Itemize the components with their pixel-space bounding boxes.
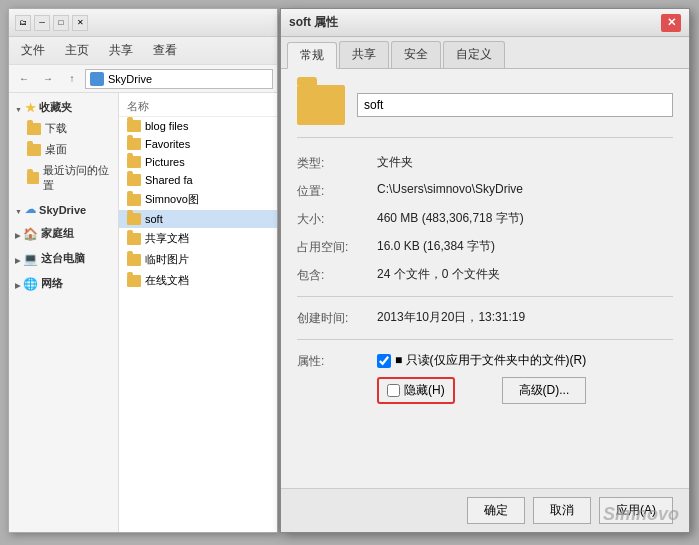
sidebar-item-desktop[interactable]: 桌面 <box>9 139 118 160</box>
title-bar-icons: 🗂 ─ □ ✕ <box>15 15 88 31</box>
toolbar-home[interactable]: 主页 <box>59 40 95 61</box>
sidebar-section-homegroup: 家庭组 <box>9 223 118 244</box>
props-row-created: 创建时间: 2013年10月20日，13:31:19 <box>297 309 673 327</box>
props-label-location: 位置: <box>297 182 377 200</box>
list-item[interactable]: Pictures <box>119 153 277 171</box>
folder-icon <box>127 194 141 206</box>
readonly-checkbox[interactable] <box>377 354 391 368</box>
file-name: soft <box>145 213 163 225</box>
homegroup-icon <box>23 227 38 241</box>
ok-button[interactable]: 确定 <box>467 497 525 524</box>
props-row-contains: 包含: 24 个文件，0 个文件夹 <box>297 266 673 284</box>
props-row-attrs: 属性: ■ 只读(仅应用于文件夹中的文件)(R) 隐藏(H) <box>297 352 673 412</box>
file-name: 临时图片 <box>145 252 189 267</box>
sidebar-thispc-header[interactable]: 这台电脑 <box>9 248 118 269</box>
file-name: Favorites <box>145 138 190 150</box>
explorer-title-bar: 🗂 ─ □ ✕ <box>9 9 277 37</box>
forward-button[interactable] <box>37 69 59 89</box>
folder-icon <box>127 174 141 186</box>
list-item[interactable]: Shared fa <box>119 171 277 189</box>
props-label-created: 创建时间: <box>297 309 377 327</box>
sidebar-skydrive-header[interactable]: ☁ SkyDrive <box>9 200 118 219</box>
file-name: blog files <box>145 120 188 132</box>
hidden-checkbox[interactable] <box>387 384 400 397</box>
list-item[interactable]: 临时图片 <box>119 249 277 270</box>
tab-general[interactable]: 常规 <box>287 42 337 69</box>
props-body: 类型: 文件夹 位置: C:\Users\simnovo\SkyDrive 大小… <box>281 69 689 488</box>
up-button[interactable] <box>61 69 83 89</box>
props-row-size: 大小: 460 MB (483,306,718 字节) <box>297 210 673 228</box>
sidebar: 收藏夹 下载 桌面 最近访问的位置 <box>9 93 119 532</box>
readonly-label: ■ 只读(仅应用于文件夹中的文件)(R) <box>395 352 586 369</box>
props-label-attrs: 属性: <box>297 352 377 370</box>
list-item[interactable]: Simnovo图 <box>119 189 277 210</box>
skydrive-icon <box>90 72 104 86</box>
props-label-size: 大小: <box>297 210 377 228</box>
maximize-icon[interactable]: □ <box>53 15 69 31</box>
toolbar-file[interactable]: 文件 <box>15 40 51 61</box>
props-label-contains: 包含: <box>297 266 377 284</box>
network-label: 网络 <box>41 276 63 291</box>
thispc-label: 这台电脑 <box>41 251 85 266</box>
back-button[interactable] <box>13 69 35 89</box>
homegroup-label: 家庭组 <box>41 226 74 241</box>
chevron-right-icon <box>15 228 20 240</box>
props-title-bar: soft 属性 ✕ <box>281 9 689 37</box>
props-value-created: 2013年10月20日，13:31:19 <box>377 309 673 326</box>
list-item[interactable]: 在线文档 <box>119 270 277 291</box>
sidebar-network-header[interactable]: 网络 <box>9 273 118 294</box>
file-name: Shared fa <box>145 174 193 186</box>
hidden-attr-row: 隐藏(H) 高级(D)... <box>377 377 586 404</box>
sidebar-section-network: 网络 <box>9 273 118 294</box>
minimize-icon[interactable]: ─ <box>34 15 50 31</box>
properties-window: soft 属性 ✕ 常规 共享 安全 自定义 类型: 文件夹 位置: C:\Us… <box>280 8 690 533</box>
folder-icon <box>127 120 141 132</box>
list-item-selected[interactable]: soft <box>119 210 277 228</box>
tab-security[interactable]: 安全 <box>391 41 441 68</box>
toolbar-share[interactable]: 共享 <box>103 40 139 61</box>
props-row-type: 类型: 文件夹 <box>297 154 673 172</box>
props-footer: 确定 取消 应用(A) <box>281 488 689 532</box>
hidden-label: 隐藏(H) <box>404 382 445 399</box>
apply-button[interactable]: 应用(A) <box>599 497 673 524</box>
cancel-button[interactable]: 取消 <box>533 497 591 524</box>
readonly-checkbox-wrapper: ■ 只读(仅应用于文件夹中的文件)(R) <box>377 352 586 369</box>
sidebar-section-favorites: 收藏夹 下载 桌面 最近访问的位置 <box>9 97 118 196</box>
list-item[interactable]: Favorites <box>119 135 277 153</box>
props-header <box>297 85 673 138</box>
skydrive-cloud-icon: ☁ <box>25 203 36 216</box>
props-label-type: 类型: <box>297 154 377 172</box>
folder-name-input[interactable] <box>357 93 673 117</box>
props-title-text: soft 属性 <box>289 14 338 31</box>
tab-share[interactable]: 共享 <box>339 41 389 68</box>
skydrive-label: SkyDrive <box>39 204 86 216</box>
sidebar-homegroup-header[interactable]: 家庭组 <box>9 223 118 244</box>
sidebar-item-recent[interactable]: 最近访问的位置 <box>9 160 118 196</box>
network-icon <box>23 277 38 291</box>
folder-icon <box>27 172 39 184</box>
hidden-checkbox-wrapper: 隐藏(H) <box>377 377 455 404</box>
attrs-content: ■ 只读(仅应用于文件夹中的文件)(R) 隐藏(H) 高级(D)... <box>377 352 586 412</box>
advanced-button[interactable]: 高级(D)... <box>502 377 587 404</box>
file-name: Simnovo图 <box>145 192 199 207</box>
props-close-button[interactable]: ✕ <box>661 14 681 32</box>
explorer-toolbar: 文件 主页 共享 查看 <box>9 37 277 65</box>
star-icon <box>25 101 36 115</box>
tab-custom[interactable]: 自定义 <box>443 41 505 68</box>
list-item[interactable]: 共享文档 <box>119 228 277 249</box>
desktop: 🗂 ─ □ ✕ 文件 主页 共享 查看 SkyDrive <box>0 0 699 545</box>
sidebar-item-download[interactable]: 下载 <box>9 118 118 139</box>
address-bar[interactable]: SkyDrive <box>85 69 273 89</box>
props-value-contains: 24 个文件，0 个文件夹 <box>377 266 673 283</box>
folder-icon <box>27 144 41 156</box>
window-icon: 🗂 <box>15 15 31 31</box>
folder-icon-large <box>297 85 345 125</box>
toolbar-view[interactable]: 查看 <box>147 40 183 61</box>
folder-icon <box>27 123 41 135</box>
list-item[interactable]: blog files <box>119 117 277 135</box>
chevron-right-icon <box>15 253 20 265</box>
explorer-close-icon[interactable]: ✕ <box>72 15 88 31</box>
sidebar-favorites-header[interactable]: 收藏夹 <box>9 97 118 118</box>
readonly-attr-row: ■ 只读(仅应用于文件夹中的文件)(R) <box>377 352 586 369</box>
sidebar-section-thispc: 这台电脑 <box>9 248 118 269</box>
